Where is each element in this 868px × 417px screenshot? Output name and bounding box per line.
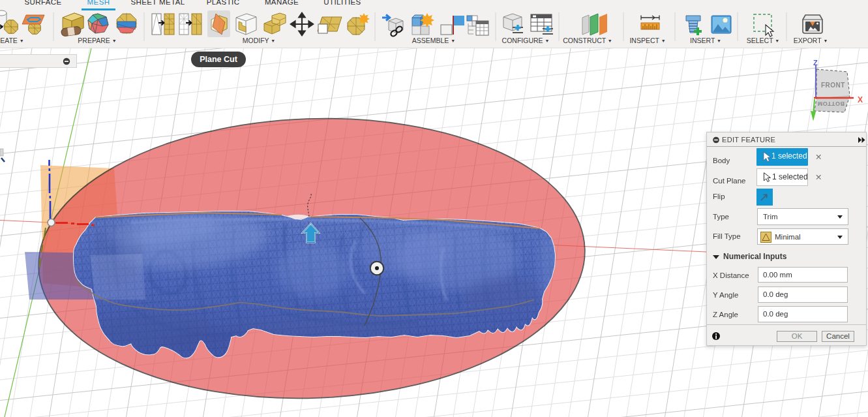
svg-text:BOTTOM: BOTTOM xyxy=(817,100,845,107)
svg-text:X: X xyxy=(858,95,863,104)
svg-text:FRONT: FRONT xyxy=(821,82,845,89)
